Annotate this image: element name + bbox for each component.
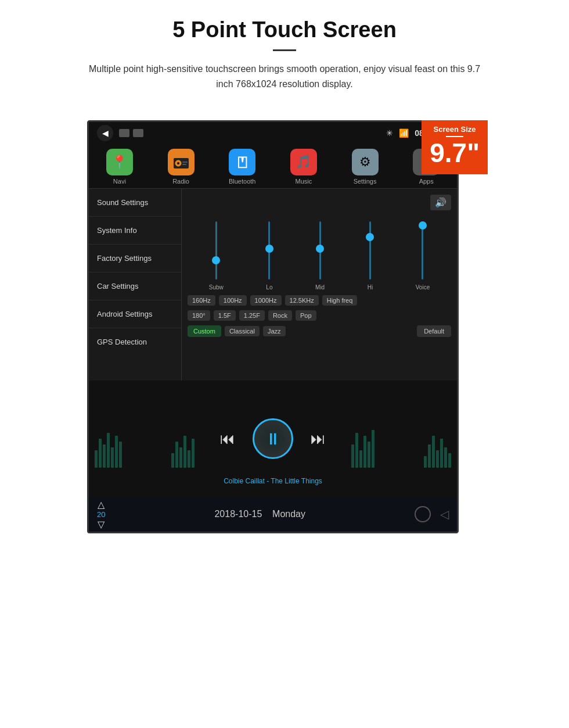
slider-track-lo[interactable] xyxy=(268,221,270,279)
back-button[interactable]: ◀ xyxy=(97,125,113,141)
viz-bars-left2 xyxy=(171,436,195,468)
nav-item-navi[interactable]: 📍 Navi xyxy=(89,144,150,188)
page-header: 5 Point Touch Screen Multiple point high… xyxy=(0,0,569,103)
nav-icon-radio xyxy=(168,149,195,175)
slider-thumb-subw[interactable] xyxy=(212,256,220,264)
mode-btn-classical[interactable]: Classical xyxy=(225,326,260,336)
slider-label-voice: Voice xyxy=(416,284,430,291)
next-button[interactable]: ⏭ xyxy=(311,430,326,448)
screen-badge-size: 9.7" xyxy=(430,138,480,168)
nav-item-settings[interactable]: ⚙ Settings xyxy=(334,144,396,188)
status-bar: ◀ ✳ 📶 08:11 ⌃ xyxy=(89,122,457,144)
viz-bar xyxy=(440,439,443,468)
sidebar-item-gps-detection[interactable]: GPS Detection xyxy=(89,328,181,356)
viz-bar xyxy=(115,436,118,468)
bluetooth-status-icon: ✳ xyxy=(386,128,393,138)
svg-rect-4 xyxy=(182,164,186,165)
slider-label-lo: Lo xyxy=(266,284,272,291)
viz-bar xyxy=(372,430,374,468)
volume-number: 20 xyxy=(97,510,105,519)
mode-btn-jazz[interactable]: Jazz xyxy=(263,326,286,336)
viz-bars-right2 xyxy=(424,436,451,468)
viz-bar xyxy=(175,442,178,468)
screen-badge-divider xyxy=(446,136,463,137)
viz-bar xyxy=(424,456,427,468)
freq-btn-125khz[interactable]: 12.5KHz xyxy=(285,295,319,306)
sidebar-item-car-settings[interactable]: Car Settings xyxy=(89,272,181,300)
sidebar-item-sound-settings[interactable]: Sound Settings xyxy=(89,189,181,217)
eq-sliders: Subw Lo Mid xyxy=(188,215,451,291)
eq-slider-mid: Mid xyxy=(315,221,325,291)
page-description: Multiple point high-sensitive touchscree… xyxy=(81,62,488,91)
car-screen: ◀ ✳ 📶 08:11 ⌃ 📍 Navi xyxy=(87,120,459,533)
nav-icon-settings: ⚙ xyxy=(352,149,379,175)
home-button[interactable] xyxy=(415,506,431,522)
svg-rect-3 xyxy=(182,162,188,163)
slider-thumb-hi[interactable] xyxy=(366,233,374,241)
volume-down-button[interactable]: ▽ xyxy=(98,519,105,530)
sidebar-item-factory-settings[interactable]: Factory Settings xyxy=(89,245,181,272)
mode-btn-custom[interactable]: Custom xyxy=(188,325,221,337)
status-icons xyxy=(119,129,143,137)
viz-bar xyxy=(171,453,174,468)
freq-btn-100hz[interactable]: 100Hz xyxy=(219,295,247,306)
sidebar-item-system-info[interactable]: System Info xyxy=(89,217,181,245)
viz-bar xyxy=(188,450,190,468)
date-display: 2018-10-15 Monday xyxy=(214,509,305,519)
sidebar: Sound Settings System Info Factory Setti… xyxy=(89,189,182,381)
music-controls: ⏮ ⏸ ⏭ xyxy=(220,418,326,459)
viz-bar xyxy=(448,453,451,468)
day-text: Monday xyxy=(272,509,305,519)
nav-item-radio[interactable]: Radio xyxy=(150,144,212,188)
default-button[interactable]: Default xyxy=(417,325,451,337)
viz-bar xyxy=(95,450,98,468)
preset-btn-15f[interactable]: 1.5F xyxy=(214,310,236,321)
volume-up-button[interactable]: △ xyxy=(98,499,105,510)
eq-slider-subw: Subw xyxy=(209,221,224,291)
viz-bar xyxy=(103,444,106,468)
music-player: ⏮ ⏸ ⏭ Colbie Caillat - The Little Things xyxy=(89,381,457,497)
nav-item-music[interactable]: 🎵 Music xyxy=(273,144,334,188)
back-triangle-button[interactable]: ◁ xyxy=(440,507,449,521)
nav-label-settings: Settings xyxy=(354,178,377,185)
nav-label-bluetooth: Bluetooth xyxy=(229,178,255,185)
slider-track-mid[interactable] xyxy=(319,221,321,279)
slider-track-subw[interactable] xyxy=(215,221,217,279)
nav-icon-navi: 📍 xyxy=(106,149,133,175)
prev-button[interactable]: ⏮ xyxy=(220,430,235,448)
sidebar-item-android-settings[interactable]: Android Settings xyxy=(89,300,181,328)
eq-mode-row: Custom Classical Jazz Default xyxy=(188,325,451,337)
eq-slider-hi: Hi xyxy=(368,221,373,291)
freq-btn-160hz[interactable]: 160Hz xyxy=(188,295,215,306)
play-pause-button[interactable]: ⏸ xyxy=(253,418,293,459)
bottom-right-controls: ◁ xyxy=(415,506,449,522)
preset-btn-rock[interactable]: Rock xyxy=(268,310,292,321)
slider-label-mid: Mid xyxy=(315,284,325,291)
nav-item-bluetooth[interactable]: ⍞ Bluetooth xyxy=(211,144,273,188)
volume-button[interactable]: 🔊 xyxy=(430,195,451,210)
music-status-icon xyxy=(133,129,143,137)
nav-label-apps: Apps xyxy=(419,178,434,185)
nav-icon-music: 🎵 xyxy=(290,149,317,175)
slider-thumb-mid[interactable] xyxy=(316,245,324,253)
slider-thumb-lo[interactable] xyxy=(265,245,273,253)
nav-bar: 📍 Navi Radio ⍞ Bluetooth xyxy=(89,144,457,189)
freq-btn-1000hz[interactable]: 1000Hz xyxy=(250,295,282,306)
viz-bars-right xyxy=(351,430,374,468)
eq-slider-lo: Lo xyxy=(266,221,272,291)
freq-btn-highfreq[interactable]: High freq xyxy=(322,295,358,306)
viz-bar xyxy=(359,450,362,468)
preset-btn-180[interactable]: 180° xyxy=(188,310,210,321)
slider-thumb-voice[interactable] xyxy=(419,221,427,229)
eq-preset-row-1: 180° 1.5F 1.25F Rock Pop xyxy=(188,310,451,321)
nav-label-music: Music xyxy=(295,178,312,185)
nav-label-navi: Navi xyxy=(113,178,126,185)
preset-btn-125f[interactable]: 1.25F xyxy=(239,310,265,321)
slider-track-hi[interactable] xyxy=(369,221,371,279)
track-name: Colbie Caillat - The Little Things xyxy=(224,477,322,485)
preset-btn-pop[interactable]: Pop xyxy=(296,310,316,321)
signal-icon: 📶 xyxy=(399,128,409,138)
slider-track-voice[interactable] xyxy=(422,221,423,279)
eq-freq-row: 160Hz 100Hz 1000Hz 12.5KHz High freq xyxy=(188,295,451,306)
viz-bar xyxy=(183,436,186,468)
